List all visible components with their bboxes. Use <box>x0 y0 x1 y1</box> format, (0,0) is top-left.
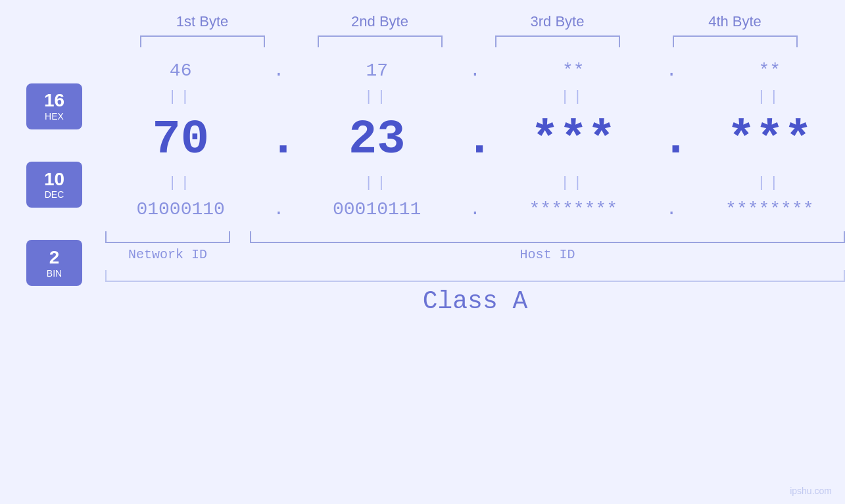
dec-b1: 70 <box>118 113 243 167</box>
network-id-label: Network ID <box>105 247 230 262</box>
dec-b4: *** <box>707 113 832 167</box>
bin-row: 01000110 . 00010111 . ******** . *******… <box>105 193 845 226</box>
sep2-b4: || <box>707 175 832 191</box>
bin-dot1: . <box>269 199 289 219</box>
dec-name: DEC <box>45 189 64 200</box>
dec-dot2: . <box>465 116 485 164</box>
class-label: Class A <box>105 287 845 315</box>
bin-b4: ******** <box>707 199 832 219</box>
bin-badge: 2 BIN <box>26 240 82 286</box>
dec-row: 70 . 23 . *** . *** <box>105 106 845 173</box>
sep1-b1: || <box>118 89 243 105</box>
rows-section: 46 . 17 . ** . ** || || || || 70 <box>105 54 845 315</box>
hex-dot3: . <box>662 60 681 81</box>
bin-b3: ******** <box>511 199 636 219</box>
byte4-header: 4th Byte <box>669 13 801 30</box>
sep1-b4: || <box>707 89 832 105</box>
hex-dot2: . <box>465 60 485 81</box>
bin-b1: 01000110 <box>118 199 243 219</box>
main-grid: 16 HEX 10 DEC 2 BIN 46 . 17 . ** . ** <box>0 54 845 315</box>
hex-name: HEX <box>45 111 64 122</box>
bin-b2: 00010111 <box>314 199 439 219</box>
bin-dot3: . <box>662 199 681 219</box>
sep2-b1: || <box>118 175 243 191</box>
byte3-header: 3rd Byte <box>492 13 623 30</box>
dec-badge: 10 DEC <box>26 162 82 208</box>
sep1-b2: || <box>314 89 439 105</box>
network-bracket <box>105 231 230 243</box>
hex-badge: 16 HEX <box>26 83 82 129</box>
dec-dot1: . <box>269 116 289 164</box>
byte1-bracket <box>140 35 265 47</box>
base-labels-col: 16 HEX 10 DEC 2 BIN <box>26 54 105 315</box>
hex-b4: ** <box>707 60 832 81</box>
sep-row-2: || || || || <box>105 173 845 193</box>
bin-dot2: . <box>465 199 485 219</box>
dec-b2: 23 <box>314 113 439 167</box>
byte-headers-row: 1st Byte 2nd Byte 3rd Byte 4th Byte <box>114 13 824 30</box>
sep2-b2: || <box>314 175 439 191</box>
main-container: 1st Byte 2nd Byte 3rd Byte 4th Byte 16 H… <box>0 0 845 504</box>
dec-b3: *** <box>511 113 636 167</box>
byte2-header: 2nd Byte <box>314 13 446 30</box>
dec-dot3: . <box>662 116 681 164</box>
sep1-b3: || <box>511 89 636 105</box>
hex-row: 46 . 17 . ** . ** <box>105 54 845 87</box>
hex-b2: 17 <box>314 60 439 81</box>
sep2-b3: || <box>511 175 636 191</box>
top-brackets <box>114 35 824 47</box>
hex-b1: 46 <box>118 60 243 81</box>
byte2-bracket <box>318 35 443 47</box>
host-id-label: Host ID <box>250 247 845 262</box>
watermark: ipshu.com <box>790 486 832 496</box>
byte3-bracket <box>495 35 620 47</box>
sep-row-1: || || || || <box>105 87 845 106</box>
host-bracket <box>250 231 845 243</box>
hex-dot1: . <box>269 60 289 81</box>
dec-num: 10 <box>44 170 64 190</box>
byte1-header: 1st Byte <box>137 13 268 30</box>
bin-num: 2 <box>49 248 60 268</box>
byte4-bracket <box>673 35 798 47</box>
hex-b3: ** <box>511 60 636 81</box>
hex-num: 16 <box>44 91 64 111</box>
bin-name: BIN <box>47 268 62 279</box>
class-bracket <box>105 270 845 282</box>
